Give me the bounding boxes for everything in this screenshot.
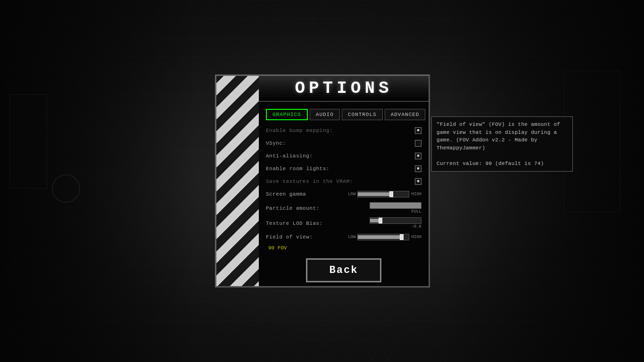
back-button[interactable]: Back <box>306 258 381 282</box>
title-bar: OPTIONS <box>259 76 429 102</box>
screen-gamma-row: Screen gamma LOW HIGH <box>266 189 421 199</box>
particle-amount-track[interactable] <box>370 202 421 209</box>
info-line3: game. (FOV Addon v2.2 - Made by <box>437 137 537 143</box>
info-line1: "Field of view" (FOV) is the amount of <box>437 122 560 127</box>
info-line2: game view that is on display during a <box>437 130 557 135</box>
lod-bias-track[interactable] <box>370 217 421 224</box>
warning-stripe <box>216 76 259 286</box>
tab-controls[interactable]: CONTROLS <box>342 109 383 120</box>
vsync-checkbox[interactable] <box>415 140 421 147</box>
screen-gamma-low: LOW <box>348 192 355 197</box>
room-lights-checkbox[interactable] <box>415 165 421 172</box>
info-line4: TheHappyJammer) <box>437 145 486 151</box>
room-panel-left <box>9 94 47 189</box>
content-area: GRAPHICS AUDIO CONTROLS ADVANCED Enable … <box>259 102 429 286</box>
screen-gamma-track[interactable] <box>357 191 409 197</box>
fov-low: LOW <box>348 235 355 239</box>
fov-high: HIGH <box>411 235 421 239</box>
lod-bias-value: -0.8 <box>411 224 421 229</box>
vram-checkbox[interactable] <box>415 178 421 185</box>
info-line6: Current value: 90 (default is 74) <box>437 161 544 166</box>
fov-value-row: 90 FOV <box>266 243 421 253</box>
room-lights-row: Enable room lights: <box>266 164 421 173</box>
fov-slider-container: LOW HIGH <box>348 234 421 240</box>
bump-mapping-row: Enable bump mapping: <box>266 126 421 135</box>
options-dialog: OPTIONS GRAPHICS AUDIO CONTROLS ADVANCED… <box>215 74 430 288</box>
fov-value-display: 90 FOV <box>268 245 287 251</box>
lod-bias-slider-wrapper: -0.8 <box>370 217 421 229</box>
screen-gamma-label: Screen gamma <box>266 191 348 197</box>
vram-row: Save textures in the VRAM: <box>266 177 421 186</box>
vsync-label: VSync: <box>266 140 415 146</box>
antialiasing-label: Anti-aliasing: <box>266 153 415 159</box>
tab-advanced[interactable]: ADVANCED <box>385 109 426 120</box>
fov-label: Field of view: <box>266 234 348 240</box>
bump-mapping-checkbox[interactable] <box>415 127 421 134</box>
particle-slider-wrapper: FULL <box>370 202 421 214</box>
particle-full-label: FULL <box>411 209 421 214</box>
screen-gamma-slider-container: LOW HIGH <box>348 191 421 197</box>
title-lines <box>259 76 429 102</box>
tab-bar: GRAPHICS AUDIO CONTROLS ADVANCED <box>266 109 421 120</box>
particle-amount-row: Particle amount: FULL <box>266 202 421 214</box>
bump-mapping-label: Enable bump mapping: <box>266 128 415 133</box>
fov-track[interactable] <box>357 234 409 240</box>
info-tooltip-box: "Field of view" (FOV) is the amount of g… <box>431 116 573 172</box>
particle-amount-label: Particle amount: <box>266 206 370 211</box>
tab-graphics[interactable]: GRAPHICS <box>266 109 308 120</box>
room-lights-label: Enable room lights: <box>266 166 415 172</box>
lod-bias-label: Texture LOD Bias: <box>266 221 370 226</box>
vsync-row: VSync: <box>266 139 421 148</box>
fov-row: Field of view: LOW HIGH <box>266 232 421 242</box>
antialiasing-row: Anti-aliasing: <box>266 151 421 161</box>
room-circle <box>52 174 80 203</box>
antialiasing-checkbox[interactable] <box>415 153 421 159</box>
vram-label: Save textures in the VRAM: <box>266 179 415 184</box>
screen-gamma-high: HIGH <box>411 192 421 197</box>
tab-audio[interactable]: AUDIO <box>310 109 340 120</box>
lod-bias-row: Texture LOD Bias: -0.8 <box>266 217 421 229</box>
